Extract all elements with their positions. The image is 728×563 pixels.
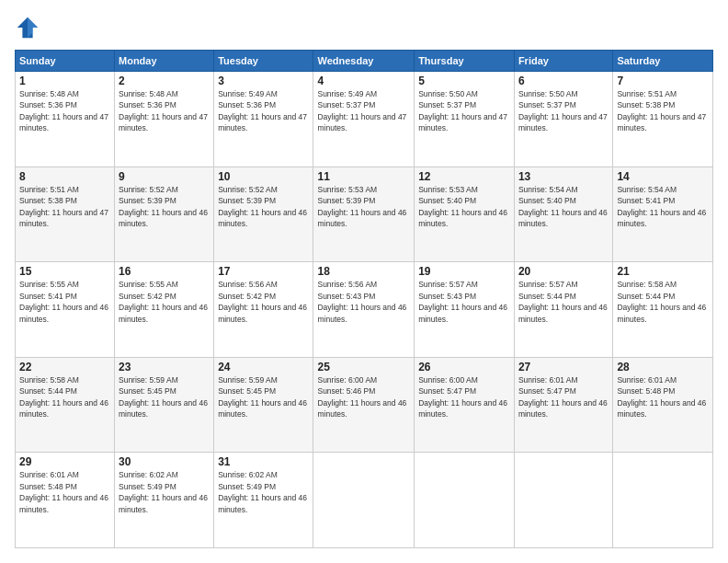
day-number: 29 bbox=[19, 455, 110, 468]
day-info: Sunrise: 5:50 AMSunset: 5:37 PMDaylight:… bbox=[518, 89, 608, 132]
calendar-cell: 30 Sunrise: 6:02 AMSunset: 5:49 PMDaylig… bbox=[115, 453, 214, 548]
day-info: Sunrise: 5:56 AMSunset: 5:42 PMDaylight:… bbox=[218, 280, 307, 323]
day-number: 18 bbox=[317, 265, 410, 278]
calendar-cell: 5 Sunrise: 5:50 AMSunset: 5:37 PMDayligh… bbox=[415, 72, 515, 167]
day-info: Sunrise: 6:02 AMSunset: 5:49 PMDaylight:… bbox=[218, 470, 307, 513]
day-info: Sunrise: 5:48 AMSunset: 5:36 PMDaylight:… bbox=[119, 89, 208, 132]
calendar-week-3: 15 Sunrise: 5:55 AMSunset: 5:41 PMDaylig… bbox=[16, 262, 713, 358]
day-number: 17 bbox=[218, 265, 309, 278]
day-number: 4 bbox=[317, 75, 410, 87]
calendar-cell: 2 Sunrise: 5:48 AMSunset: 5:36 PMDayligh… bbox=[115, 72, 214, 167]
day-info: Sunrise: 5:52 AMSunset: 5:39 PMDaylight:… bbox=[218, 185, 307, 228]
day-number: 15 bbox=[19, 265, 110, 278]
calendar-cell: 20 Sunrise: 5:57 AMSunset: 5:44 PMDaylig… bbox=[514, 262, 612, 358]
calendar-week-4: 22 Sunrise: 5:58 AMSunset: 5:44 PMDaylig… bbox=[16, 357, 713, 453]
day-info: Sunrise: 5:48 AMSunset: 5:36 PMDaylight:… bbox=[19, 89, 108, 132]
calendar-cell: 4 Sunrise: 5:49 AMSunset: 5:37 PMDayligh… bbox=[313, 72, 415, 167]
day-info: Sunrise: 5:58 AMSunset: 5:44 PMDaylight:… bbox=[19, 375, 108, 419]
day-number: 21 bbox=[617, 265, 709, 278]
calendar-cell: 23 Sunrise: 5:59 AMSunset: 5:45 PMDaylig… bbox=[115, 357, 214, 453]
calendar-header-thursday: Thursday bbox=[415, 51, 515, 72]
calendar-cell bbox=[313, 453, 415, 548]
calendar-cell: 14 Sunrise: 5:54 AMSunset: 5:41 PMDaylig… bbox=[613, 167, 713, 262]
day-info: Sunrise: 5:52 AMSunset: 5:39 PMDaylight:… bbox=[119, 185, 208, 228]
calendar-cell: 17 Sunrise: 5:56 AMSunset: 5:42 PMDaylig… bbox=[214, 262, 313, 358]
day-info: Sunrise: 5:58 AMSunset: 5:44 PMDaylight:… bbox=[617, 280, 706, 323]
calendar-cell: 13 Sunrise: 5:54 AMSunset: 5:40 PMDaylig… bbox=[514, 167, 612, 262]
day-info: Sunrise: 5:57 AMSunset: 5:44 PMDaylight:… bbox=[518, 280, 608, 323]
day-number: 9 bbox=[119, 170, 210, 183]
calendar-cell: 9 Sunrise: 5:52 AMSunset: 5:39 PMDayligh… bbox=[115, 167, 214, 262]
day-number: 31 bbox=[218, 455, 309, 468]
calendar-cell: 31 Sunrise: 6:02 AMSunset: 5:49 PMDaylig… bbox=[214, 453, 313, 548]
calendar-week-5: 29 Sunrise: 6:01 AMSunset: 5:48 PMDaylig… bbox=[16, 453, 713, 548]
day-info: Sunrise: 5:54 AMSunset: 5:40 PMDaylight:… bbox=[518, 185, 608, 228]
calendar-header-wednesday: Wednesday bbox=[313, 51, 415, 72]
day-number: 14 bbox=[617, 170, 709, 183]
calendar-header-tuesday: Tuesday bbox=[214, 51, 313, 72]
calendar-header-monday: Monday bbox=[115, 51, 214, 72]
calendar-cell bbox=[415, 453, 515, 548]
calendar-cell: 27 Sunrise: 6:01 AMSunset: 5:47 PMDaylig… bbox=[514, 357, 612, 453]
calendar-cell: 21 Sunrise: 5:58 AMSunset: 5:44 PMDaylig… bbox=[613, 262, 713, 358]
calendar-cell: 29 Sunrise: 6:01 AMSunset: 5:48 PMDaylig… bbox=[16, 453, 115, 548]
calendar-header-saturday: Saturday bbox=[613, 51, 713, 72]
day-info: Sunrise: 5:59 AMSunset: 5:45 PMDaylight:… bbox=[119, 375, 208, 419]
day-info: Sunrise: 5:54 AMSunset: 5:41 PMDaylight:… bbox=[617, 185, 706, 228]
day-info: Sunrise: 6:02 AMSunset: 5:49 PMDaylight:… bbox=[119, 470, 208, 513]
day-number: 16 bbox=[119, 265, 210, 278]
page: SundayMondayTuesdayWednesdayThursdayFrid… bbox=[0, 0, 728, 563]
calendar-cell: 16 Sunrise: 5:55 AMSunset: 5:42 PMDaylig… bbox=[115, 262, 214, 358]
day-info: Sunrise: 6:01 AMSunset: 5:47 PMDaylight:… bbox=[518, 375, 608, 419]
day-info: Sunrise: 5:53 AMSunset: 5:40 PMDaylight:… bbox=[418, 185, 507, 228]
day-info: Sunrise: 5:56 AMSunset: 5:43 PMDaylight:… bbox=[317, 280, 406, 323]
day-number: 19 bbox=[418, 265, 510, 278]
logo-icon bbox=[15, 15, 40, 40]
calendar-cell: 19 Sunrise: 5:57 AMSunset: 5:43 PMDaylig… bbox=[415, 262, 515, 358]
calendar-header-sunday: Sunday bbox=[16, 51, 115, 72]
day-info: Sunrise: 5:59 AMSunset: 5:45 PMDaylight:… bbox=[218, 375, 307, 419]
calendar-cell: 11 Sunrise: 5:53 AMSunset: 5:39 PMDaylig… bbox=[313, 167, 415, 262]
calendar-cell: 22 Sunrise: 5:58 AMSunset: 5:44 PMDaylig… bbox=[16, 357, 115, 453]
calendar-cell: 3 Sunrise: 5:49 AMSunset: 5:36 PMDayligh… bbox=[214, 72, 313, 167]
day-number: 5 bbox=[418, 75, 510, 87]
calendar-week-1: 1 Sunrise: 5:48 AMSunset: 5:36 PMDayligh… bbox=[16, 72, 713, 167]
day-info: Sunrise: 5:57 AMSunset: 5:43 PMDaylight:… bbox=[418, 280, 507, 323]
calendar-cell: 7 Sunrise: 5:51 AMSunset: 5:38 PMDayligh… bbox=[613, 72, 713, 167]
day-number: 3 bbox=[218, 75, 309, 87]
header bbox=[15, 15, 713, 40]
day-info: Sunrise: 5:55 AMSunset: 5:41 PMDaylight:… bbox=[19, 280, 108, 323]
day-info: Sunrise: 5:51 AMSunset: 5:38 PMDaylight:… bbox=[19, 185, 108, 228]
day-info: Sunrise: 6:01 AMSunset: 5:48 PMDaylight:… bbox=[617, 375, 706, 419]
day-number: 24 bbox=[218, 361, 309, 373]
day-number: 6 bbox=[518, 75, 609, 87]
day-number: 22 bbox=[19, 361, 110, 373]
day-number: 20 bbox=[518, 265, 609, 278]
day-number: 25 bbox=[317, 361, 410, 373]
day-number: 11 bbox=[317, 170, 410, 183]
calendar-cell bbox=[613, 453, 713, 548]
day-number: 27 bbox=[518, 361, 609, 373]
day-number: 23 bbox=[119, 361, 210, 373]
day-number: 13 bbox=[518, 170, 609, 183]
day-number: 7 bbox=[617, 75, 709, 87]
calendar-cell bbox=[514, 453, 612, 548]
calendar-cell: 24 Sunrise: 5:59 AMSunset: 5:45 PMDaylig… bbox=[214, 357, 313, 453]
day-number: 2 bbox=[119, 75, 210, 87]
calendar-cell: 6 Sunrise: 5:50 AMSunset: 5:37 PMDayligh… bbox=[514, 72, 612, 167]
calendar-cell: 8 Sunrise: 5:51 AMSunset: 5:38 PMDayligh… bbox=[16, 167, 115, 262]
day-info: Sunrise: 5:49 AMSunset: 5:37 PMDaylight:… bbox=[317, 89, 406, 132]
calendar-header-friday: Friday bbox=[514, 51, 612, 72]
calendar-cell: 1 Sunrise: 5:48 AMSunset: 5:36 PMDayligh… bbox=[16, 72, 115, 167]
day-number: 8 bbox=[19, 170, 110, 183]
calendar-cell: 26 Sunrise: 6:00 AMSunset: 5:47 PMDaylig… bbox=[415, 357, 515, 453]
day-number: 28 bbox=[617, 361, 709, 373]
calendar-cell: 18 Sunrise: 5:56 AMSunset: 5:43 PMDaylig… bbox=[313, 262, 415, 358]
calendar-cell: 10 Sunrise: 5:52 AMSunset: 5:39 PMDaylig… bbox=[214, 167, 313, 262]
calendar-header-row: SundayMondayTuesdayWednesdayThursdayFrid… bbox=[16, 51, 713, 72]
day-info: Sunrise: 5:51 AMSunset: 5:38 PMDaylight:… bbox=[617, 89, 706, 132]
day-info: Sunrise: 5:53 AMSunset: 5:39 PMDaylight:… bbox=[317, 185, 406, 228]
logo bbox=[15, 15, 44, 40]
day-number: 26 bbox=[418, 361, 510, 373]
calendar: SundayMondayTuesdayWednesdayThursdayFrid… bbox=[15, 50, 713, 548]
